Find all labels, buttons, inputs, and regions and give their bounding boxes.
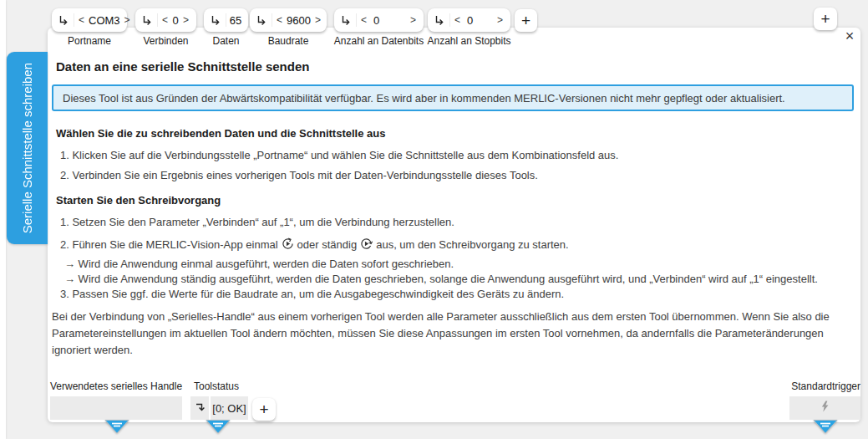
toolstatus-value-box[interactable]: [0; OK]	[211, 396, 248, 420]
param-label-portname: Portname	[43, 35, 135, 47]
handle-connector-triangle[interactable]	[104, 420, 129, 437]
baudrate-decrement-chevron[interactable]: <	[275, 15, 284, 25]
list-item: 1. Setzen Sie den Parameter „Verbinden“ …	[60, 216, 454, 228]
list-item-text: oder ständig	[297, 238, 358, 251]
connector-arrow-icon	[434, 13, 450, 27]
verbinden-increment-chevron[interactable]: >	[181, 15, 190, 25]
connector-arrow-icon	[141, 13, 158, 27]
baudrate-value[interactable]: 9600	[287, 14, 311, 27]
tab-serielle-schnittstelle-schreiben[interactable]: Serielle Schnittstelle schreiben	[7, 52, 48, 244]
standardtrigger-connector-triangle[interactable]	[813, 420, 838, 437]
stopbits-increment-chevron[interactable]: >	[495, 15, 505, 25]
datenbits-increment-chevron[interactable]: >	[409, 15, 418, 25]
connector-arrow-icon	[256, 13, 272, 27]
datenbits-value[interactable]: 0	[371, 14, 406, 27]
param-label-anzahl-datenbits: Anzahl an Datenbits	[330, 35, 428, 47]
connector-arrow-icon	[58, 13, 74, 27]
stopbits-value[interactable]: 0	[464, 14, 493, 27]
handle-output-label: Verwendetes serielles Handle	[50, 380, 182, 392]
handle-output-field[interactable]	[50, 396, 182, 420]
deprecation-notice-text: Dieses Tool ist aus Gründen der Abwärtsk…	[63, 92, 785, 105]
add-parameter-button[interactable]: +	[515, 9, 537, 32]
list-item: 3. Passen Sie ggf. die Werte für die Bau…	[60, 288, 564, 300]
lightning-icon	[820, 401, 830, 416]
run-once-icon	[282, 237, 294, 253]
standardtrigger-label: Standardtrigger	[789, 380, 860, 392]
footer-note: Bei der Verbindung von „Serielles-Handle…	[52, 309, 847, 359]
section-heading-daten-auswaehlen: Wählen Sie die zu schreibenden Daten und…	[56, 127, 385, 140]
page-title: Daten an eine serielle Schnittstelle sen…	[56, 59, 309, 74]
portname-value[interactable]: COM3	[89, 14, 120, 27]
connector-arrow-icon	[210, 13, 226, 27]
list-subitem: → Wird die Anwendung einmal ausgeführt, …	[64, 258, 454, 270]
list-item: 1. Klicken Sie auf die Verbindungsstelle…	[60, 149, 618, 161]
list-item: 2. Führen Sie die MERLIC-Vision-App einm…	[60, 237, 569, 253]
param-connector-daten[interactable]: 65	[204, 8, 248, 32]
baudrate-increment-chevron[interactable]: >	[313, 15, 322, 25]
param-label-anzahl-stopbits: Anzahl an Stopbits	[422, 35, 516, 47]
portname-prev-chevron[interactable]: <	[77, 15, 86, 25]
run-continuously-icon	[360, 237, 373, 253]
deprecation-notice: Dieses Tool ist aus Gründen der Abwärtsk…	[52, 84, 854, 111]
section-heading-schreibvorgang: Starten Sie den Schreibvorgang	[56, 194, 221, 207]
toolstatus-connector[interactable]	[190, 396, 209, 420]
connector-arrow-icon	[340, 13, 357, 27]
close-icon[interactable]: ×	[840, 26, 860, 46]
list-item: 2. Verbinden Sie ein Ergebnis eines vorh…	[60, 169, 538, 181]
daten-value[interactable]: 65	[229, 14, 242, 27]
param-connector-portname[interactable]: < COM3 >	[52, 8, 127, 32]
datenbits-decrement-chevron[interactable]: <	[359, 15, 368, 25]
toolstatus-value: [0; OK]	[211, 396, 248, 420]
list-item-text: 2. Führen Sie die MERLIC-Vision-App einm…	[60, 238, 278, 251]
arrow-corner-down-icon	[195, 401, 205, 416]
param-connector-baudrate[interactable]: < 9600 >	[250, 8, 327, 32]
standardtrigger-button[interactable]	[789, 396, 860, 420]
add-tool-button[interactable]: +	[814, 8, 837, 30]
toolstatus-label: Toolstatus	[194, 380, 239, 392]
handle-output-value	[50, 396, 182, 420]
tab-label: Serielle Schnittstelle schreiben	[20, 63, 34, 233]
verbinden-value[interactable]: 0	[172, 14, 179, 27]
merlic-tool-window: Serielle Schnittstelle schreiben < COM3 …	[0, 0, 868, 439]
param-label-baudrate: Baudrate	[241, 35, 335, 47]
param-label-verbinden: Verbinden	[127, 35, 205, 47]
param-connector-anzahl-datenbits[interactable]: < 0 >	[334, 8, 424, 32]
verbinden-decrement-chevron[interactable]: <	[160, 15, 170, 25]
toolstatus-connector-triangle[interactable]	[206, 420, 231, 437]
left-edge-panel	[0, 0, 6, 439]
list-subitem: → Wird die Anwendung ständig ausgeführt,…	[64, 273, 818, 285]
stopbits-decrement-chevron[interactable]: <	[453, 15, 462, 25]
param-connector-anzahl-stopbits[interactable]: < 0 >	[428, 8, 510, 32]
portname-next-chevron[interactable]: >	[123, 15, 132, 25]
param-connector-verbinden[interactable]: < 0 >	[135, 8, 196, 32]
list-item-text: aus, um den Schreibvorgang zu starten.	[376, 238, 569, 251]
add-output-button[interactable]: +	[252, 398, 276, 421]
